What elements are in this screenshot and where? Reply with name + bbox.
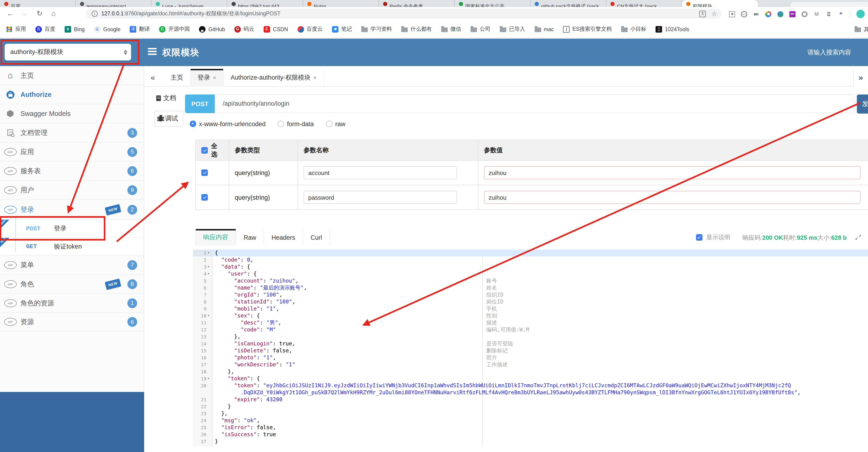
radio-icon[interactable] (278, 120, 284, 127)
fold-caret-icon[interactable]: ▾ (207, 250, 211, 256)
bookmark-item[interactable]: 10 241024Tools (655, 26, 689, 32)
fold-caret-icon[interactable]: ▾ (207, 263, 211, 271)
bookmark-item[interactable]: GitHub (199, 26, 225, 32)
content-type-option[interactable]: x-www-form-urlencoded (190, 120, 266, 127)
bookmark-item[interactable]: 百度云 (297, 26, 323, 33)
document-tab[interactable]: 登录× (191, 69, 224, 87)
bookmark-item[interactable]: C开源中国 (159, 26, 190, 33)
param-name-input[interactable]: account (304, 166, 457, 179)
sidebar-item[interactable]: API角色NEW8 (0, 275, 144, 294)
bookmark-item[interactable]: 百百度 (35, 26, 55, 33)
ring-extension-icon[interactable] (802, 11, 808, 17)
radio-icon[interactable] (326, 120, 333, 127)
fold-caret-icon[interactable]: ▾ (207, 271, 211, 277)
rp-extension-icon[interactable]: RP (789, 11, 796, 17)
bookmark-item[interactable]: 笔记 (332, 26, 352, 33)
bookmark-item[interactable]: mac (534, 26, 554, 32)
bookmark-item[interactable]: 已导入 (500, 26, 525, 33)
bookmark-item[interactable]: 什么都有 (401, 26, 432, 33)
sidebar-endpoint-get[interactable]: NEWGET验证token (0, 238, 144, 256)
sidebar-item[interactable]: API服务表6 (0, 162, 144, 180)
back-icon[interactable]: ← (5, 8, 16, 19)
sidebar-item[interactable]: 文档管理3 (0, 123, 144, 142)
fold-caret-icon[interactable]: ▾ (207, 375, 211, 382)
tool-tab-debug[interactable]: 调试 (154, 111, 183, 126)
collapse-tabs-icon[interactable]: « (151, 69, 155, 87)
browser-tab-stub[interactable] (790, 2, 868, 7)
content-type-option[interactable]: raw (326, 120, 345, 127)
document-tab[interactable]: Authorize-authority-权限模块× (224, 69, 324, 87)
bookmark-item[interactable]: 应用 (6, 26, 26, 33)
browser-tab[interactable]: 百度 (0, 0, 76, 7)
browser-tab[interactable]: Luna - JumpServer (152, 0, 227, 7)
sidebar-item[interactable]: Swagger Models (0, 104, 144, 123)
radio-icon[interactable] (190, 120, 196, 127)
param-name-input[interactable]: password (304, 191, 457, 204)
globe-extension-icon[interactable] (777, 11, 783, 17)
browser-tab[interactable]: https://blk2.top:443… (227, 0, 303, 7)
browser-tab[interactable]: Nutss (303, 0, 379, 7)
sidebar-item[interactable]: API应用5 (0, 142, 144, 162)
browser-tab[interactable]: 权限模块 (682, 0, 758, 7)
bookmark-item[interactable]: 译翻译 (130, 26, 150, 33)
bookmark-star-icon[interactable]: ☆ (712, 11, 717, 17)
tool-tab-doc[interactable]: 文档 (156, 94, 176, 103)
sidebar-item[interactable]: Authorize (0, 85, 144, 104)
row-checkbox[interactable] (201, 169, 208, 176)
m-extension-icon[interactable]: M (814, 11, 820, 17)
home-icon[interactable]: ⌂ (48, 8, 59, 19)
show-description-checkbox[interactable] (696, 234, 703, 241)
en-extension-icon[interactable]: en (753, 11, 759, 17)
chrome-extension-icon[interactable] (765, 11, 771, 17)
browser-tab[interactable]: temporary-interact… (76, 0, 152, 7)
select-all-checkbox[interactable] (201, 147, 208, 153)
header-search-input[interactable]: 请输入搜索内容 (807, 49, 851, 57)
info-icon[interactable]: i (92, 11, 98, 17)
browser-tab[interactable]: 国家标准全文公开… (455, 0, 530, 7)
document-tab[interactable]: 主页 (164, 69, 191, 87)
sidebar-endpoint-post[interactable]: NEWPOST登录 (0, 220, 144, 238)
gitzip-extension-icon[interactable]: Git Zip (826, 11, 832, 17)
bookmark-item[interactable]: ES搜索引擎文档 (563, 26, 612, 33)
bookmark-item[interactable]: 公司 (470, 26, 491, 33)
forward-icon[interactable]: → (19, 8, 29, 19)
bookmark-item[interactable]: bBing (65, 26, 85, 32)
address-bar[interactable]: i 127.0.0.1:8760/api/gate/doc.html#/auth… (86, 9, 721, 19)
reload-icon[interactable]: ↻ (34, 8, 44, 19)
browser-tab[interactable]: CN文件过大 (pack… (606, 0, 682, 7)
browser-tab[interactable]: Redis 命令参考 (379, 0, 455, 7)
sidebar-item[interactable]: API资源6 (0, 313, 144, 332)
content-type-option[interactable]: form-data (278, 120, 314, 127)
bookmark-item[interactable]: G码云 (234, 26, 254, 33)
expand-tabs-icon[interactable]: » (853, 69, 868, 87)
module-select[interactable]: authority-权限模块 (5, 44, 131, 60)
response-tab[interactable]: Curl (303, 229, 330, 246)
qr-extension-icon[interactable] (729, 11, 735, 17)
aster-extension-icon[interactable]: * (838, 11, 844, 17)
close-tab-icon[interactable]: × (313, 75, 317, 81)
send-button[interactable]: 发 (857, 94, 868, 114)
sidebar-item[interactable]: ⌂主页 (0, 66, 144, 85)
response-tab[interactable]: 响应内容 (195, 229, 236, 246)
bookmark-item[interactable]: 微信 (441, 26, 461, 33)
profile-avatar[interactable] (857, 10, 865, 18)
param-value-input[interactable]: zuihou (484, 191, 861, 204)
response-tab[interactable]: Raw (236, 229, 264, 246)
fold-caret-icon[interactable]: ▾ (207, 312, 211, 319)
sidebar-item[interactable]: API角色的资源1 (0, 294, 144, 313)
bookmark-item[interactable]: 学习资料 (361, 26, 392, 33)
response-body-editor[interactable]: 1▾{2 "code": 0,3▾ "data": {4▾ "user": {5… (193, 250, 868, 446)
bookmark-item[interactable]: 小目标 (621, 26, 646, 33)
bookmarks-overflow-folder[interactable]: 其他书签 (855, 21, 868, 38)
bookmark-item[interactable]: GGoogle (94, 26, 120, 32)
translate-icon[interactable]: 文 (700, 10, 706, 17)
brace-extension-icon[interactable]: {..} (741, 11, 747, 17)
menu-hamburger-icon[interactable] (148, 48, 157, 56)
sidebar-item[interactable]: API菜单7 (0, 256, 144, 275)
response-tab[interactable]: Headers (264, 229, 303, 246)
sidebar-item[interactable]: API用户9 (0, 180, 144, 200)
bookmark-item[interactable]: CCSDN (264, 26, 288, 32)
browser-tab[interactable]: github pack文件格式 (pack… (530, 0, 606, 7)
param-value-input[interactable]: zuihou (484, 166, 861, 179)
row-checkbox[interactable] (201, 194, 208, 201)
